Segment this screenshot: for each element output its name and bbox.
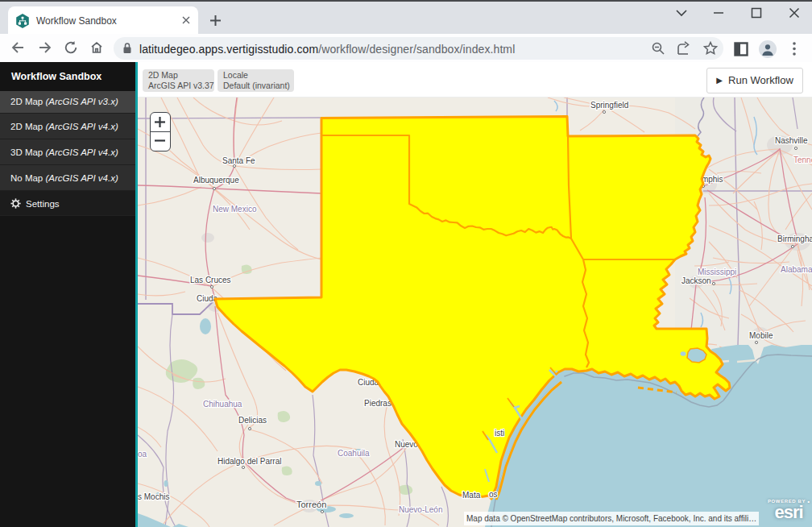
svg-text:os: os <box>489 490 498 499</box>
svg-text:Jackson: Jackson <box>682 276 711 285</box>
svg-text:Nuevo-León: Nuevo-León <box>399 505 442 514</box>
svg-text:isti: isti <box>495 429 504 438</box>
svg-text:Alabama: Alabama <box>781 265 812 274</box>
svg-text:Las Cruces: Las Cruces <box>190 276 231 284</box>
svg-text:Mobile: Mobile <box>749 331 773 340</box>
svg-text:Coahuila: Coahuila <box>338 449 370 458</box>
svg-text:Mata: Mata <box>462 491 481 500</box>
svg-text:Birmingham: Birmingham <box>777 234 812 243</box>
svg-text:New Mexico: New Mexico <box>213 205 257 214</box>
svg-text:Springfield: Springfield <box>590 101 628 110</box>
svg-text:Hidalgo del Parral: Hidalgo del Parral <box>218 457 282 466</box>
svg-text:Torreón: Torreón <box>296 500 326 509</box>
svg-text:Piedras: Piedras <box>364 399 392 408</box>
svg-text:Chihuahua: Chihuahua <box>203 400 242 409</box>
svg-text:Delicias: Delicias <box>238 416 267 425</box>
svg-text:Nashville: Nashville <box>775 136 808 145</box>
svg-text:Tenne: Tenne <box>793 156 812 164</box>
svg-text:Albuquerque: Albuquerque <box>193 176 239 185</box>
svg-text:s Mochis: s Mochis <box>138 492 169 501</box>
svg-text:Mississippi: Mississippi <box>698 268 736 276</box>
svg-text:oa: oa <box>138 450 147 459</box>
svg-text:Santa Fe: Santa Fe <box>222 156 255 165</box>
